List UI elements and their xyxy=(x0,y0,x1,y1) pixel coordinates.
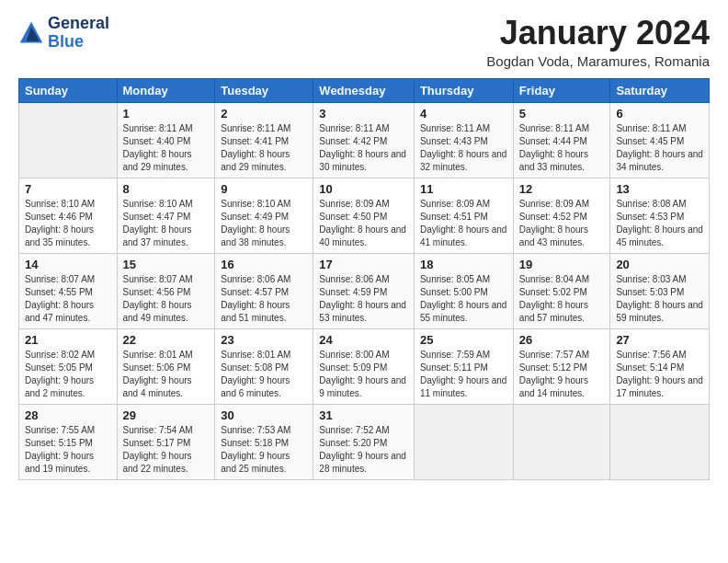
day-info: Sunrise: 8:01 AMSunset: 5:08 PMDaylight:… xyxy=(221,349,307,400)
day-number: 31 xyxy=(319,408,408,422)
calendar-cell: 25Sunrise: 7:59 AMSunset: 5:11 PMDayligh… xyxy=(414,328,513,404)
day-info: Sunrise: 7:57 AMSunset: 5:12 PMDaylight:… xyxy=(519,349,605,400)
day-number: 21 xyxy=(25,333,111,347)
weekday-header-monday: Monday xyxy=(117,78,215,102)
calendar-cell: 28Sunrise: 7:55 AMSunset: 5:15 PMDayligh… xyxy=(19,404,118,479)
calendar-cell xyxy=(19,102,118,178)
logo-icon xyxy=(18,20,44,46)
day-number: 2 xyxy=(221,107,307,121)
day-number: 4 xyxy=(420,107,507,121)
calendar-cell xyxy=(513,404,610,479)
weekday-header-thursday: Thursday xyxy=(414,78,513,102)
day-number: 28 xyxy=(25,408,111,422)
weekday-header-wednesday: Wednesday xyxy=(313,78,415,102)
day-info: Sunrise: 8:11 AMSunset: 4:43 PMDaylight:… xyxy=(420,122,507,174)
day-info: Sunrise: 8:11 AMSunset: 4:42 PMDaylight:… xyxy=(319,122,408,174)
day-number: 7 xyxy=(25,182,111,196)
day-number: 12 xyxy=(519,182,605,196)
day-info: Sunrise: 8:00 AMSunset: 5:09 PMDaylight:… xyxy=(319,349,408,400)
calendar-cell: 14Sunrise: 8:07 AMSunset: 4:55 PMDayligh… xyxy=(19,253,118,328)
title-block: January 2024 Bogdan Voda, Maramures, Rom… xyxy=(486,15,710,69)
day-number: 19 xyxy=(519,258,605,271)
day-number: 9 xyxy=(221,182,307,196)
calendar-cell: 2Sunrise: 8:11 AMSunset: 4:41 PMDaylight… xyxy=(215,102,313,178)
calendar-week-row: 1Sunrise: 8:11 AMSunset: 4:40 PMDaylight… xyxy=(19,102,710,178)
calendar-cell: 23Sunrise: 8:01 AMSunset: 5:08 PMDayligh… xyxy=(215,328,313,404)
calendar-cell: 21Sunrise: 8:02 AMSunset: 5:05 PMDayligh… xyxy=(19,328,118,404)
day-info: Sunrise: 7:53 AMSunset: 5:18 PMDaylight:… xyxy=(221,424,307,476)
calendar-table: SundayMondayTuesdayWednesdayThursdayFrid… xyxy=(18,78,710,480)
day-info: Sunrise: 7:56 AMSunset: 5:14 PMDaylight:… xyxy=(616,349,703,400)
calendar-cell: 19Sunrise: 8:04 AMSunset: 5:02 PMDayligh… xyxy=(513,253,610,328)
page-container: General Blue January 2024 Bogdan Voda, M… xyxy=(0,0,728,489)
day-number: 16 xyxy=(221,258,307,271)
day-number: 22 xyxy=(123,333,210,347)
logo-line1: General xyxy=(48,15,109,33)
calendar-cell: 31Sunrise: 7:52 AMSunset: 5:20 PMDayligh… xyxy=(313,404,415,479)
calendar-cell: 20Sunrise: 8:03 AMSunset: 5:03 PMDayligh… xyxy=(610,253,710,328)
calendar-week-row: 14Sunrise: 8:07 AMSunset: 4:55 PMDayligh… xyxy=(19,253,710,328)
calendar-cell: 8Sunrise: 8:10 AMSunset: 4:47 PMDaylight… xyxy=(117,178,215,253)
calendar-cell: 24Sunrise: 8:00 AMSunset: 5:09 PMDayligh… xyxy=(313,328,415,404)
day-info: Sunrise: 8:07 AMSunset: 4:56 PMDaylight:… xyxy=(123,273,210,325)
day-info: Sunrise: 8:06 AMSunset: 4:57 PMDaylight:… xyxy=(221,273,307,325)
calendar-cell: 1Sunrise: 8:11 AMSunset: 4:40 PMDaylight… xyxy=(117,102,215,178)
month-title: January 2024 xyxy=(486,15,710,52)
day-number: 23 xyxy=(221,333,307,347)
calendar-cell: 16Sunrise: 8:06 AMSunset: 4:57 PMDayligh… xyxy=(215,253,313,328)
day-info: Sunrise: 7:52 AMSunset: 5:20 PMDaylight:… xyxy=(319,424,408,476)
day-info: Sunrise: 8:11 AMSunset: 4:45 PMDaylight:… xyxy=(616,122,703,174)
calendar-cell: 13Sunrise: 8:08 AMSunset: 4:53 PMDayligh… xyxy=(610,178,710,253)
day-info: Sunrise: 8:10 AMSunset: 4:47 PMDaylight:… xyxy=(123,198,210,249)
location-title: Bogdan Voda, Maramures, Romania xyxy=(486,53,710,69)
calendar-cell: 15Sunrise: 8:07 AMSunset: 4:56 PMDayligh… xyxy=(117,253,215,328)
calendar-cell: 9Sunrise: 8:10 AMSunset: 4:49 PMDaylight… xyxy=(215,178,313,253)
day-info: Sunrise: 8:03 AMSunset: 5:03 PMDaylight:… xyxy=(616,273,703,325)
calendar-cell: 12Sunrise: 8:09 AMSunset: 4:52 PMDayligh… xyxy=(513,178,610,253)
calendar-cell: 5Sunrise: 8:11 AMSunset: 4:44 PMDaylight… xyxy=(513,102,610,178)
day-number: 14 xyxy=(25,258,111,271)
day-info: Sunrise: 8:01 AMSunset: 5:06 PMDaylight:… xyxy=(123,349,210,400)
day-info: Sunrise: 8:09 AMSunset: 4:52 PMDaylight:… xyxy=(519,198,605,249)
day-number: 18 xyxy=(420,258,507,271)
day-info: Sunrise: 8:06 AMSunset: 4:59 PMDaylight:… xyxy=(319,273,408,325)
calendar-cell: 11Sunrise: 8:09 AMSunset: 4:51 PMDayligh… xyxy=(414,178,513,253)
calendar-cell: 18Sunrise: 8:05 AMSunset: 5:00 PMDayligh… xyxy=(414,253,513,328)
day-info: Sunrise: 8:10 AMSunset: 4:46 PMDaylight:… xyxy=(25,198,111,249)
calendar-cell xyxy=(414,404,513,479)
day-info: Sunrise: 8:11 AMSunset: 4:40 PMDaylight:… xyxy=(123,122,210,174)
day-number: 27 xyxy=(616,333,703,347)
day-number: 5 xyxy=(519,107,605,121)
calendar-cell: 26Sunrise: 7:57 AMSunset: 5:12 PMDayligh… xyxy=(513,328,610,404)
day-number: 24 xyxy=(319,333,408,347)
weekday-header-tuesday: Tuesday xyxy=(215,78,313,102)
calendar-cell: 10Sunrise: 8:09 AMSunset: 4:50 PMDayligh… xyxy=(313,178,415,253)
header: General Blue January 2024 Bogdan Voda, M… xyxy=(18,15,710,69)
day-info: Sunrise: 8:09 AMSunset: 4:50 PMDaylight:… xyxy=(319,198,408,249)
calendar-cell: 4Sunrise: 8:11 AMSunset: 4:43 PMDaylight… xyxy=(414,102,513,178)
day-info: Sunrise: 7:55 AMSunset: 5:15 PMDaylight:… xyxy=(25,424,111,476)
calendar-cell: 29Sunrise: 7:54 AMSunset: 5:17 PMDayligh… xyxy=(117,404,215,479)
day-info: Sunrise: 8:05 AMSunset: 5:00 PMDaylight:… xyxy=(420,273,507,325)
day-info: Sunrise: 8:07 AMSunset: 4:55 PMDaylight:… xyxy=(25,273,111,325)
day-info: Sunrise: 8:08 AMSunset: 4:53 PMDaylight:… xyxy=(616,198,703,249)
calendar-cell: 7Sunrise: 8:10 AMSunset: 4:46 PMDaylight… xyxy=(19,178,118,253)
day-number: 15 xyxy=(123,258,210,271)
logo: General Blue xyxy=(18,15,109,52)
day-number: 6 xyxy=(616,107,703,121)
day-info: Sunrise: 8:11 AMSunset: 4:41 PMDaylight:… xyxy=(221,122,307,174)
day-info: Sunrise: 8:11 AMSunset: 4:44 PMDaylight:… xyxy=(519,122,605,174)
day-info: Sunrise: 7:59 AMSunset: 5:11 PMDaylight:… xyxy=(420,349,507,400)
calendar-cell: 6Sunrise: 8:11 AMSunset: 4:45 PMDaylight… xyxy=(610,102,710,178)
day-number: 25 xyxy=(420,333,507,347)
calendar-cell: 3Sunrise: 8:11 AMSunset: 4:42 PMDaylight… xyxy=(313,102,415,178)
calendar-cell: 17Sunrise: 8:06 AMSunset: 4:59 PMDayligh… xyxy=(313,253,415,328)
calendar-week-row: 7Sunrise: 8:10 AMSunset: 4:46 PMDaylight… xyxy=(19,178,710,253)
calendar-cell: 27Sunrise: 7:56 AMSunset: 5:14 PMDayligh… xyxy=(610,328,710,404)
day-number: 29 xyxy=(123,408,210,422)
day-info: Sunrise: 7:54 AMSunset: 5:17 PMDaylight:… xyxy=(123,424,210,476)
day-info: Sunrise: 8:04 AMSunset: 5:02 PMDaylight:… xyxy=(519,273,605,325)
day-number: 10 xyxy=(319,182,408,196)
weekday-header-friday: Friday xyxy=(513,78,610,102)
weekday-header-saturday: Saturday xyxy=(610,78,710,102)
